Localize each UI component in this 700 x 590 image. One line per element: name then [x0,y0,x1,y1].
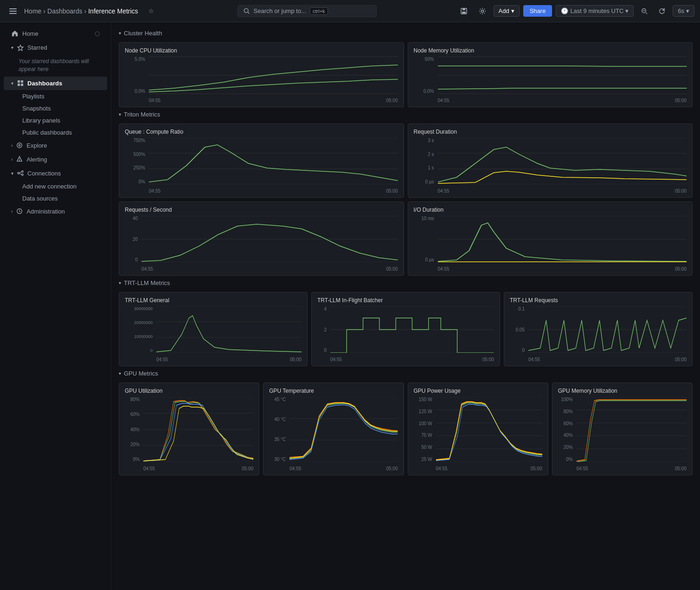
cluster-health-chevron-icon: ▾ [119,31,121,36]
sidebar-item-add-connection[interactable]: Add new connection [19,181,107,192]
home-icon [11,30,19,37]
panel-io-duration-title: I/O Duration [414,207,687,213]
gear-icon [479,7,486,15]
topbar-center: Search or jump to... ctrl+k [158,5,456,17]
time-range-picker[interactable]: 🕐 Last 9 minutes UTC ▾ [556,5,634,17]
svg-point-23 [22,174,24,176]
explore-chevron-icon: › [11,143,13,148]
requests-second-xaxis: 04:5505:00 [141,266,398,272]
panel-node-cpu-chart: 5.0% 0.0% 04:5505:00 [125,57,398,103]
star-button[interactable]: ☆ [145,6,158,16]
panel-gpu-memory-title: GPU Memory Utilization [558,388,687,394]
gpu-metrics-section-header[interactable]: ▾ GPU Metrics [119,370,693,377]
sidebar-item-data-sources[interactable]: Data sources [19,193,107,204]
menu-button[interactable] [6,6,20,17]
alerting-chevron-icon: › [11,157,13,162]
panel-io-duration-chart: 10 ms0 µs 04:5505:00 [414,216,687,272]
search-shortcut: ctrl+k [310,7,328,15]
add-connection-label: Add new connection [22,183,77,190]
svg-point-17 [17,143,22,148]
svg-rect-6 [462,8,465,10]
sidebar-item-public-dashboards[interactable]: Public dashboards [19,127,107,138]
svg-rect-0 [9,8,17,9]
sidebar-item-library-panels[interactable]: Library panels [19,115,107,126]
save-icon [460,7,468,15]
svg-line-24 [19,172,21,173]
topbar: Home › Dashboards › Inference Metrics ☆ … [0,0,700,22]
node-cpu-xaxis: 04:5505:00 [149,98,398,103]
trt-batcher-svg [330,306,494,353]
svg-rect-15 [18,84,20,86]
clock-icon: 🕐 [561,7,568,14]
main-content: ▾ Cluster Health Node CPU Utilization 5.… [111,22,700,590]
sidebar-starred-group[interactable]: ▾ Starred [4,41,107,54]
sidebar-alerting-group[interactable]: › Alerting [4,153,107,166]
sidebar-item-home[interactable]: Home ⬡ [4,26,107,40]
request-duration-svg [438,138,687,184]
starred-chevron-icon: ▾ [11,45,13,50]
public-dashboards-label: Public dashboards [22,129,72,136]
search-bar[interactable]: Search or jump to... ctrl+k [238,5,377,17]
connections-icon [17,170,24,176]
triton-metrics-title: Triton Metrics [124,111,160,118]
triton-metrics-section-header[interactable]: ▾ Triton Metrics [119,111,693,118]
share-button[interactable]: Share [523,5,552,17]
breadcrumb-home[interactable]: Home [24,7,41,15]
panel-node-memory-title: Node Memory Utilization [414,47,687,54]
search-placeholder: Search or jump to... [254,7,306,14]
sidebar-starred-label: Starred [27,44,47,51]
zoom-out-button[interactable] [637,6,651,16]
layout: Home ⬡ ▾ Starred Your starred dashboards… [0,22,700,590]
triton-metrics-chevron-icon: ▾ [119,112,121,117]
panel-gpu-util-chart: 80%60%40%20%0% [125,397,253,471]
panel-trt-requests: TRT-LLM Requests 0.10.050 04:5505:00 [504,292,693,366]
panel-queue-compute-title: Queue : Compute Ratio [125,129,398,135]
sidebar-dashboards-left: ▾ Dashboards [11,80,62,87]
gpu-memory-yaxis: 100%80%60%40%20%0% [558,397,575,462]
gpu-temp-svg [289,397,398,462]
triton-row2: Requests / Second 40200 04:5505:00 [119,201,693,276]
administration-chevron-icon: › [11,209,13,214]
sidebar-dashboards-group[interactable]: ▾ Dashboards [4,77,107,90]
panel-io-duration: I/O Duration 10 ms0 µs [408,201,693,276]
sidebar-explore-group[interactable]: › Explore [4,139,107,152]
panel-trt-batcher-yaxis: 420 [317,306,328,353]
gpu-temp-yaxis: 45 °C40 °C35 °C30 °C [269,397,288,462]
settings-button[interactable] [475,6,490,17]
panel-request-duration-title: Request Duration [414,129,687,135]
breadcrumb: Home › Dashboards › Inference Metrics [24,7,138,15]
panel-trt-requests-chart: 0.10.050 04:5505:00 [510,306,687,362]
request-duration-xaxis: 04:5505:00 [438,188,687,194]
node-memory-svg [438,57,687,94]
panel-request-duration-chart: 3 s2 s1 s0 µs 04:5505:00 [414,138,687,194]
sidebar-item-snapshots[interactable]: Snapshots [19,103,107,114]
svg-point-20 [19,161,20,161]
cluster-health-section-header[interactable]: ▾ Cluster Health [119,30,693,37]
trt-general-svg [156,306,302,353]
trt-requests-svg [528,306,687,353]
connections-chevron-icon: ▾ [11,171,13,176]
sidebar-administration-group[interactable]: › Administration [4,205,107,218]
panel-gpu-temp-title: GPU Temperature [269,388,398,394]
sidebar-connections-group[interactable]: ▾ Connections [4,167,107,180]
gpu-temp-xaxis: 04:5505:00 [289,466,398,471]
sidebar-explore-label: Explore [26,142,47,149]
gpu-metrics-chevron-icon: ▾ [119,371,121,376]
panel-trt-batcher-title: TRT-LLM In-Flight Batcher [317,297,494,304]
sidebar-alerting-left: › Alerting [11,156,47,163]
sidebar-item-playlists[interactable]: Playlists [19,91,107,102]
trt-batcher-xaxis: 04:5505:00 [330,357,494,362]
svg-point-8 [481,10,483,12]
panel-requests-second-chart: 40200 04:5505:00 [125,216,398,272]
panel-requests-second: Requests / Second 40200 04:5505:00 [119,201,404,276]
refresh-button[interactable] [655,6,669,16]
panel-request-duration: Request Duration 3 s2 s1 s0 µs [408,123,693,198]
gpu-power-yaxis: 150 W125 W100 W75 W50 W25 W [414,397,434,462]
breadcrumb-dashboards[interactable]: Dashboards [47,7,83,15]
star-icon [17,45,24,51]
add-button[interactable]: Add ▾ [494,5,520,17]
io-duration-xaxis: 04:5505:00 [438,266,687,272]
save-button[interactable] [456,6,471,17]
refresh-interval[interactable]: 6s ▾ [673,5,694,17]
trt-llm-section-header[interactable]: ▾ TRT-LLM Metrics [119,279,693,286]
